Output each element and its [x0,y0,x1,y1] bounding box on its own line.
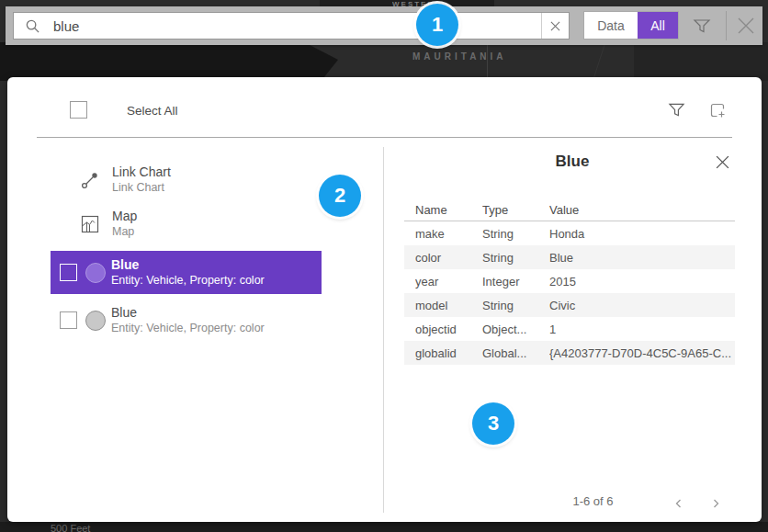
results-panel: Select All Link Chart Link Chart [7,77,762,522]
cell-value: 2015 [549,275,735,289]
filter-icon [693,17,711,35]
cell-value: Civic [549,299,735,312]
result-checkbox[interactable] [60,264,77,281]
add-to-selection-button[interactable] [708,101,727,119]
result-item-title: Map [112,209,137,224]
table-row: make String Honda [404,221,735,245]
pagination-prev-button[interactable] [673,496,684,507]
cell-type: String [482,227,549,241]
cell-type: Integer [482,275,549,289]
result-item-blue[interactable]: Blue Entity: Vehicle, Property: color [51,299,322,342]
filter-icon-button[interactable] [693,17,711,35]
filter-icon [668,101,685,119]
search-bar: Data All [6,6,762,45]
close-icon [715,154,730,170]
header-divider [37,137,732,138]
table-row: color String Blue [404,245,735,269]
column-header-name: Name [415,203,482,217]
results-filter-button[interactable] [668,101,685,119]
search-input[interactable] [40,18,541,34]
cell-type: String [482,299,549,312]
clear-search-icon [550,21,560,31]
cell-value: {A4203777-D70D-4C5C-9A65-C... [549,346,735,360]
search-input-container[interactable] [13,12,570,40]
result-item-subtitle: Entity: Vehicle, Property: color [111,273,265,289]
cell-name: globalid [415,346,482,360]
cell-type: Object... [482,323,549,336]
scope-data-button[interactable]: Data [584,12,638,39]
pagination-range-label: 1-6 of 6 [554,494,632,508]
link-chart-icon [81,171,99,189]
map-icon [81,215,99,233]
annotation-badge-3: 3 [472,402,514,445]
result-item-title: Blue [111,305,265,321]
cell-type: String [482,251,549,265]
cell-value: 1 [549,323,735,336]
chevron-right-icon [710,498,721,509]
chevron-left-icon [673,498,684,509]
select-all-label: Select All [127,104,178,118]
scope-toggle: Data All [583,11,679,40]
table-header-row: Name Type Value [404,198,735,221]
annotation-badge-2: 2 [319,175,361,217]
map-scale-label: 500 Feet [51,523,90,532]
result-item-blue-selected[interactable]: Blue Entity: Vehicle, Property: color [51,251,322,294]
result-item-subtitle: Map [112,224,137,240]
map-land-shape [634,42,768,81]
scope-all-button[interactable]: All [638,12,678,39]
search-icon [25,18,40,34]
result-item-subtitle: Entity: Vehicle, Property: color [111,321,265,336]
list-detail-divider [383,147,384,513]
app-screen: WESTERN MAURITANIA 500 Feet Data All [0,0,768,532]
cell-name: year [415,275,482,289]
table-row: year Integer 2015 [404,269,735,293]
result-item-text: Link Chart Link Chart [112,164,171,196]
pagination-next-button[interactable] [710,496,721,507]
close-detail-button[interactable] [715,154,730,170]
result-item-title: Link Chart [112,164,171,180]
cell-name: color [415,251,482,265]
annotation-badge-1: 1 [416,4,458,46]
result-checkbox[interactable] [60,311,77,329]
result-item-title: Blue [111,257,265,273]
cell-value: Blue [549,251,735,265]
detail-title: Blue [383,153,762,171]
toolbar-divider [726,11,727,40]
column-header-value: Value [549,203,735,217]
table-row: model String Civic [404,293,735,317]
select-all-checkbox[interactable] [70,101,87,119]
add-selection-icon [708,101,727,119]
result-item-subtitle: Link Chart [112,180,171,196]
cell-name: objectid [415,323,482,336]
close-icon [733,13,759,39]
result-item-map[interactable]: Map Map [51,202,322,246]
result-item-text: Blue Entity: Vehicle, Property: color [111,305,265,336]
result-item-text: Map Map [112,209,137,240]
properties-table: Name Type Value make String Honda color … [404,198,735,365]
clear-search-button[interactable] [541,13,569,39]
map-land-shape [0,42,338,81]
map-border-line [593,43,605,78]
map-label-mauritania: MAURITANIA [412,51,507,62]
result-item-link-chart[interactable]: Link Chart Link Chart [51,158,322,202]
close-search-button[interactable] [733,13,759,39]
cell-name: model [415,299,482,312]
cell-name: make [415,227,482,241]
table-row: globalid Global... {A4203777-D70D-4C5C-9… [404,341,735,365]
map-bottom-strip: 500 Feet [0,522,768,532]
result-item-text: Blue Entity: Vehicle, Property: color [111,257,265,289]
cell-value: Honda [549,227,735,241]
column-header-type: Type [482,203,549,217]
cell-type: Global... [482,346,549,360]
entity-circle-icon [85,311,106,331]
table-row: objectid Object... 1 [404,317,735,341]
table-body: make String Honda color String Blue year… [404,221,735,365]
entity-circle-icon [85,263,106,283]
map-border-line [487,44,488,79]
